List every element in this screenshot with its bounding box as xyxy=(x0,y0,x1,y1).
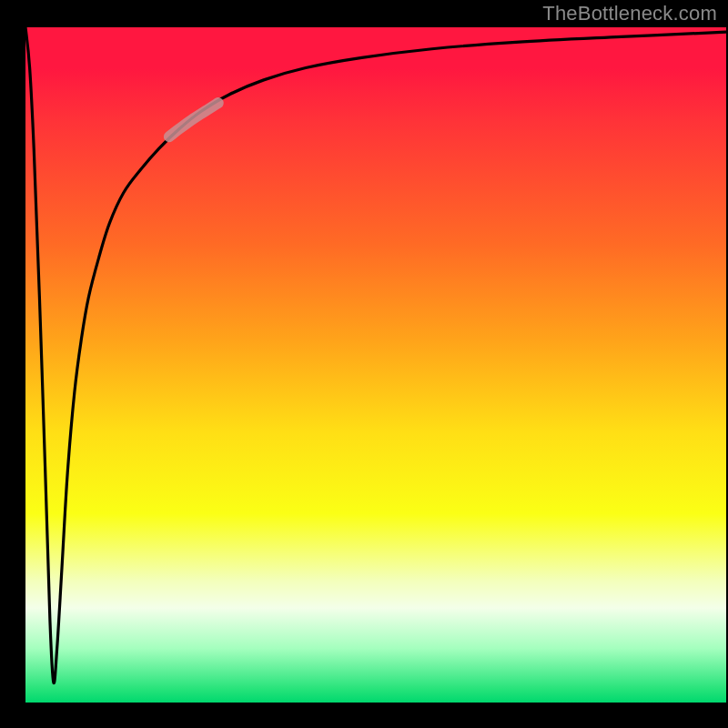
chart-frame: TheBottleneck.com xyxy=(0,0,728,728)
attribution-text: TheBottleneck.com xyxy=(542,2,717,25)
plot-background-gradient xyxy=(25,27,726,703)
